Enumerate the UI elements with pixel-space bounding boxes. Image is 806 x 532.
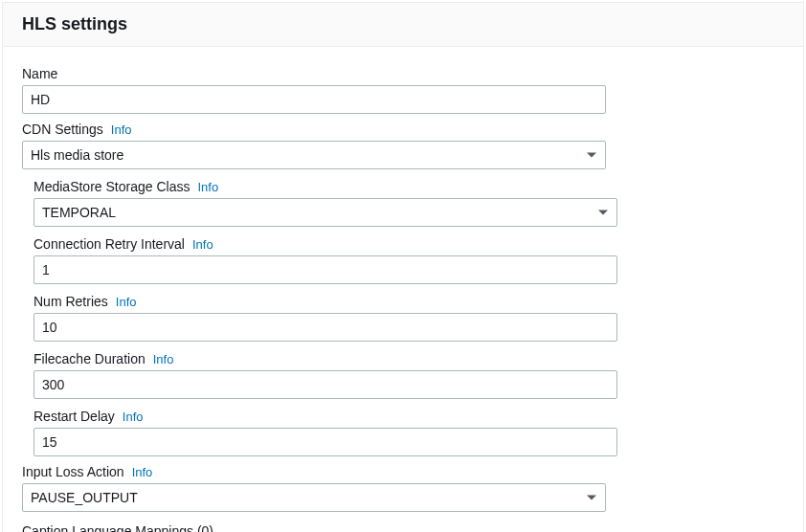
mediastore-storage-class-select-wrap: [34, 198, 617, 227]
num-retries-label: Num Retries Info: [34, 294, 784, 309]
input-loss-action-label-text: Input Loss Action: [22, 464, 124, 479]
input-loss-action-field: Input Loss Action Info: [22, 464, 784, 512]
caption-language-mappings-title: Caption Language Mappings (0): [22, 523, 784, 532]
connection-retry-interval-label-text: Connection Retry Interval: [34, 236, 185, 252]
connection-retry-interval-label: Connection Retry Interval Info: [34, 236, 784, 252]
caption-language-mappings-section: Caption Language Mappings (0) Add captio…: [22, 523, 784, 532]
filecache-duration-label-text: Filecache Duration: [34, 351, 146, 366]
cdn-settings-label-text: CDN Settings: [22, 122, 103, 137]
connection-retry-interval-info-link[interactable]: Info: [192, 237, 213, 252]
cdn-settings-select[interactable]: [22, 141, 606, 169]
mediastore-storage-class-info-link[interactable]: Info: [197, 180, 218, 194]
restart-delay-label-text: Restart Delay: [34, 409, 115, 424]
input-loss-action-select[interactable]: [22, 483, 606, 512]
filecache-duration-info-link[interactable]: Info: [153, 352, 174, 366]
restart-delay-field: Restart Delay Info: [34, 409, 784, 456]
num-retries-field: Num Retries Info: [34, 294, 784, 342]
mediastore-storage-class-select[interactable]: [34, 198, 617, 227]
name-label: Name: [22, 66, 784, 81]
num-retries-info-link[interactable]: Info: [116, 295, 137, 309]
mediastore-storage-class-field: MediaStore Storage Class Info: [34, 179, 784, 227]
cdn-settings-info-link[interactable]: Info: [111, 122, 132, 137]
filecache-duration-label: Filecache Duration Info: [34, 351, 784, 366]
input-loss-action-info-link[interactable]: Info: [132, 465, 153, 479]
mediastore-storage-class-label-text: MediaStore Storage Class: [34, 179, 190, 194]
panel-body: Name CDN Settings Info MediaStore Storag…: [3, 47, 803, 532]
cdn-nested-fields: MediaStore Storage Class Info Connection…: [34, 179, 784, 456]
connection-retry-interval-input[interactable]: [34, 255, 617, 284]
name-input[interactable]: [22, 85, 606, 114]
mediastore-storage-class-label: MediaStore Storage Class Info: [34, 179, 784, 194]
panel-header: HLS settings: [3, 3, 803, 47]
restart-delay-input[interactable]: [34, 428, 617, 456]
name-field: Name: [22, 66, 784, 114]
cdn-settings-select-wrap: [22, 141, 606, 169]
input-loss-action-label: Input Loss Action Info: [22, 464, 784, 479]
name-label-text: Name: [22, 66, 57, 81]
panel-title: HLS settings: [22, 14, 784, 34]
connection-retry-interval-field: Connection Retry Interval Info: [34, 236, 784, 284]
filecache-duration-field: Filecache Duration Info: [34, 351, 784, 399]
restart-delay-label: Restart Delay Info: [34, 409, 784, 424]
hls-settings-panel: HLS settings Name CDN Settings Info: [2, 2, 804, 532]
filecache-duration-input[interactable]: [34, 370, 617, 399]
cdn-settings-field: CDN Settings Info: [22, 122, 784, 169]
cdn-settings-label: CDN Settings Info: [22, 122, 784, 137]
num-retries-label-text: Num Retries: [34, 294, 108, 309]
input-loss-action-select-wrap: [22, 483, 606, 512]
restart-delay-info-link[interactable]: Info: [123, 410, 144, 424]
num-retries-input[interactable]: [34, 313, 617, 342]
